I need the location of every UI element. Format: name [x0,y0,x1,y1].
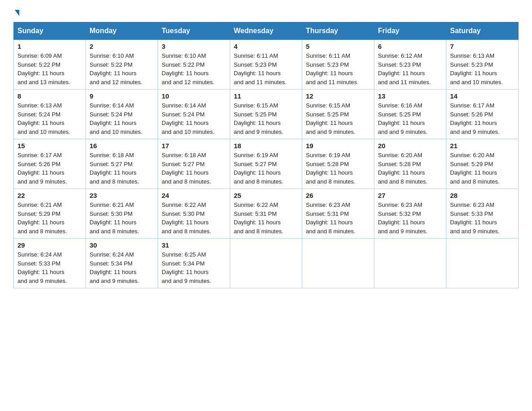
day-info: Sunrise: 6:12 AMSunset: 5:23 PMDaylight:… [378,51,442,86]
day-info: Sunrise: 6:09 AMSunset: 5:22 PMDaylight:… [17,51,82,86]
calendar-cell: 1Sunrise: 6:09 AMSunset: 5:22 PMDaylight… [14,40,86,90]
calendar-cell: 9Sunrise: 6:14 AMSunset: 5:24 PMDaylight… [86,90,158,139]
calendar-cell [302,239,374,288]
day-number: 26 [306,192,370,199]
day-number: 13 [378,92,442,100]
day-info: Sunrise: 6:15 AMSunset: 5:25 PMDaylight:… [234,101,298,136]
weekday-header-monday: Monday [86,22,158,40]
calendar-cell: 22Sunrise: 6:21 AMSunset: 5:29 PMDayligh… [14,189,86,239]
day-info: Sunrise: 6:24 AMSunset: 5:34 PMDaylight:… [90,250,154,285]
calendar-cell: 2Sunrise: 6:10 AMSunset: 5:22 PMDaylight… [86,40,158,90]
day-number: 4 [234,43,298,50]
calendar-cell: 29Sunrise: 6:24 AMSunset: 5:33 PMDayligh… [14,239,86,288]
calendar-week-row: 15Sunrise: 6:17 AMSunset: 5:26 PMDayligh… [14,139,519,189]
weekday-header-wednesday: Wednesday [230,22,302,40]
day-info: Sunrise: 6:11 AMSunset: 5:23 PMDaylight:… [306,51,370,86]
calendar-cell [374,239,446,288]
day-info: Sunrise: 6:18 AMSunset: 5:27 PMDaylight:… [162,151,226,186]
calendar-cell: 28Sunrise: 6:23 AMSunset: 5:33 PMDayligh… [446,189,519,239]
calendar-week-row: 29Sunrise: 6:24 AMSunset: 5:33 PMDayligh… [14,239,519,288]
day-info: Sunrise: 6:19 AMSunset: 5:27 PMDaylight:… [234,151,298,186]
day-info: Sunrise: 6:13 AMSunset: 5:23 PMDaylight:… [450,51,515,86]
calendar-cell: 21Sunrise: 6:20 AMSunset: 5:29 PMDayligh… [446,139,519,189]
day-number: 6 [378,43,442,50]
calendar-cell [230,239,302,288]
calendar-cell: 23Sunrise: 6:21 AMSunset: 5:30 PMDayligh… [86,189,158,239]
calendar-cell: 31Sunrise: 6:25 AMSunset: 5:34 PMDayligh… [158,239,230,288]
calendar-cell: 3Sunrise: 6:10 AMSunset: 5:22 PMDaylight… [158,40,230,90]
calendar-cell: 24Sunrise: 6:22 AMSunset: 5:30 PMDayligh… [158,189,230,239]
calendar-cell [446,239,519,288]
calendar-cell: 15Sunrise: 6:17 AMSunset: 5:26 PMDayligh… [14,139,86,189]
day-info: Sunrise: 6:21 AMSunset: 5:29 PMDaylight:… [17,201,82,235]
calendar-cell: 5Sunrise: 6:11 AMSunset: 5:23 PMDaylight… [302,40,374,90]
day-info: Sunrise: 6:13 AMSunset: 5:24 PMDaylight:… [17,101,82,136]
calendar-cell: 11Sunrise: 6:15 AMSunset: 5:25 PMDayligh… [230,90,302,139]
day-number: 20 [378,142,442,150]
day-info: Sunrise: 6:23 AMSunset: 5:32 PMDaylight:… [378,201,442,235]
day-number: 23 [90,192,154,199]
weekday-header-sunday: Sunday [14,22,86,40]
day-info: Sunrise: 6:23 AMSunset: 5:33 PMDaylight:… [450,201,515,235]
logo [13,11,19,17]
day-info: Sunrise: 6:11 AMSunset: 5:23 PMDaylight:… [234,51,298,86]
calendar-cell: 10Sunrise: 6:14 AMSunset: 5:24 PMDayligh… [158,90,230,139]
day-number: 28 [450,192,515,199]
day-info: Sunrise: 6:20 AMSunset: 5:29 PMDaylight:… [450,151,515,186]
day-number: 7 [450,43,515,50]
day-number: 15 [17,142,82,150]
weekday-header-row: SundayMondayTuesdayWednesdayThursdayFrid… [14,22,519,40]
day-number: 24 [162,192,226,199]
calendar-cell: 8Sunrise: 6:13 AMSunset: 5:24 PMDaylight… [14,90,86,139]
calendar-week-row: 1Sunrise: 6:09 AMSunset: 5:22 PMDaylight… [14,40,519,90]
calendar-cell: 16Sunrise: 6:18 AMSunset: 5:27 PMDayligh… [86,139,158,189]
page-header [13,9,519,17]
day-number: 1 [17,43,82,50]
calendar-week-row: 22Sunrise: 6:21 AMSunset: 5:29 PMDayligh… [14,189,519,239]
logo-arrow-icon [15,10,19,16]
day-info: Sunrise: 6:18 AMSunset: 5:27 PMDaylight:… [90,151,154,186]
day-number: 2 [90,43,154,50]
day-number: 21 [450,142,515,150]
day-info: Sunrise: 6:24 AMSunset: 5:33 PMDaylight:… [17,250,82,285]
day-info: Sunrise: 6:16 AMSunset: 5:25 PMDaylight:… [378,101,442,136]
day-number: 11 [234,92,298,100]
calendar-cell: 18Sunrise: 6:19 AMSunset: 5:27 PMDayligh… [230,139,302,189]
day-info: Sunrise: 6:10 AMSunset: 5:22 PMDaylight:… [162,51,226,86]
day-info: Sunrise: 6:21 AMSunset: 5:30 PMDaylight:… [90,201,154,235]
day-info: Sunrise: 6:15 AMSunset: 5:25 PMDaylight:… [306,101,370,136]
day-info: Sunrise: 6:25 AMSunset: 5:34 PMDaylight:… [162,250,226,285]
calendar-cell: 27Sunrise: 6:23 AMSunset: 5:32 PMDayligh… [374,189,446,239]
day-number: 22 [17,192,82,199]
calendar-cell: 30Sunrise: 6:24 AMSunset: 5:34 PMDayligh… [86,239,158,288]
weekday-header-saturday: Saturday [446,22,519,40]
weekday-header-tuesday: Tuesday [158,22,230,40]
day-info: Sunrise: 6:14 AMSunset: 5:24 PMDaylight:… [90,101,154,136]
day-info: Sunrise: 6:17 AMSunset: 5:26 PMDaylight:… [17,151,82,186]
day-info: Sunrise: 6:17 AMSunset: 5:26 PMDaylight:… [450,101,515,136]
day-number: 17 [162,142,226,150]
day-info: Sunrise: 6:14 AMSunset: 5:24 PMDaylight:… [162,101,226,136]
calendar-cell: 12Sunrise: 6:15 AMSunset: 5:25 PMDayligh… [302,90,374,139]
day-number: 12 [306,92,370,100]
day-info: Sunrise: 6:22 AMSunset: 5:30 PMDaylight:… [162,201,226,235]
day-number: 25 [234,192,298,199]
calendar-cell: 25Sunrise: 6:22 AMSunset: 5:31 PMDayligh… [230,189,302,239]
calendar-cell: 20Sunrise: 6:20 AMSunset: 5:28 PMDayligh… [374,139,446,189]
day-number: 29 [17,241,82,249]
day-number: 16 [90,142,154,150]
day-number: 27 [378,192,442,199]
calendar-table: SundayMondayTuesdayWednesdayThursdayFrid… [13,22,519,288]
weekday-header-thursday: Thursday [302,22,374,40]
calendar-cell: 17Sunrise: 6:18 AMSunset: 5:27 PMDayligh… [158,139,230,189]
calendar-week-row: 8Sunrise: 6:13 AMSunset: 5:24 PMDaylight… [14,90,519,139]
day-number: 8 [17,92,82,100]
day-number: 5 [306,43,370,50]
calendar-cell: 4Sunrise: 6:11 AMSunset: 5:23 PMDaylight… [230,40,302,90]
calendar-cell: 14Sunrise: 6:17 AMSunset: 5:26 PMDayligh… [446,90,519,139]
day-info: Sunrise: 6:19 AMSunset: 5:28 PMDaylight:… [306,151,370,186]
day-number: 19 [306,142,370,150]
day-number: 18 [234,142,298,150]
day-number: 14 [450,92,515,100]
calendar-cell: 19Sunrise: 6:19 AMSunset: 5:28 PMDayligh… [302,139,374,189]
